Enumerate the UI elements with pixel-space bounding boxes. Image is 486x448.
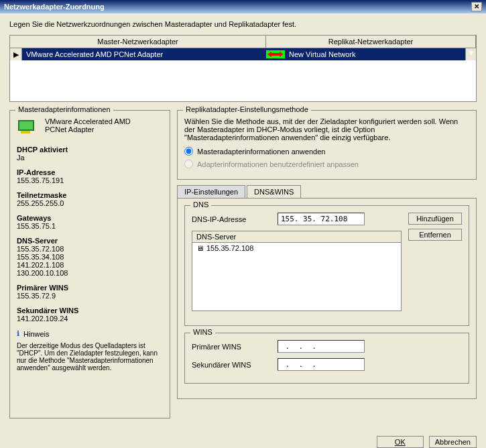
- dropdown-icon[interactable]: ▾: [465, 48, 476, 60]
- adapter-name: VMware Accelerated AMD PCNet Adapter: [45, 117, 139, 133]
- radio-custom: Adapterinformationen benutzerdefiniert a…: [184, 160, 469, 168]
- radio-custom-input: [184, 160, 193, 168]
- dns-ip-input[interactable]: [278, 213, 365, 225]
- table-row[interactable]: ▶ VMware Accelerated AMD PCNet Adapter N…: [10, 48, 476, 60]
- radio-custom-label: Adapterinformationen benutzerdefiniert a…: [197, 160, 359, 168]
- radio-apply-master[interactable]: Masteradapterinformationen anwenden: [184, 147, 469, 156]
- subnet-value: 255.255.255.0: [17, 199, 163, 207]
- remove-button[interactable]: Entfernen: [408, 229, 462, 241]
- ip-label: IP-Adresse: [17, 168, 163, 176]
- arrow-icon: [266, 50, 285, 58]
- master-info-legend: Masteradapterinformationen: [15, 105, 113, 113]
- radio-apply-master-input[interactable]: [184, 147, 193, 156]
- dns-value-3: 141.202.1.108: [17, 261, 163, 269]
- sec-wins-label: Sekundärer WINS: [192, 361, 272, 369]
- secwins-label: Sekundärer WINS: [17, 306, 163, 315]
- dns-server-list[interactable]: DNS-Server 🖥 155.35.72.108: [192, 231, 402, 311]
- dhcp-value: Ja: [17, 154, 163, 162]
- info-icon: ℹ: [17, 329, 19, 338]
- tab-panel-dns: DNS DNS-IP-Adresse DNS-Server 🖥: [177, 198, 477, 399]
- secwins-value: 141.202.109.24: [17, 315, 163, 323]
- gateway-label: Gateways: [17, 214, 163, 222]
- sec-wins-input[interactable]: [278, 358, 365, 371]
- cell-replica: New Virtual Network: [285, 50, 465, 58]
- dns-legend: DNS: [190, 201, 211, 209]
- cancel-button[interactable]: Abbrechen: [429, 436, 477, 448]
- method-legend: Replikatadapter-Einstellungsmethode: [183, 105, 311, 113]
- tab-ip[interactable]: IP-Einstellungen: [177, 185, 245, 198]
- window-title: Netzwerkadapter-Zuordnung: [4, 3, 105, 11]
- titlebar: Netzwerkadapter-Zuordnung ✕: [0, 0, 486, 13]
- hint-text: Der derzeitige Modus des Quelladapters i…: [17, 342, 163, 372]
- adapter-table: Master-Netzwerkadapter Replikat-Netzwerk…: [9, 35, 477, 102]
- cell-master: VMware Accelerated AMD PCNet Adapter: [22, 50, 266, 58]
- list-item[interactable]: 🖥 155.35.72.108: [192, 243, 401, 254]
- dns-value-2: 155.35.34.108: [17, 253, 163, 261]
- dns-value-4: 130.200.10.108: [17, 269, 163, 277]
- col-replica[interactable]: Replikat-Netzwerkadapter: [266, 36, 476, 48]
- hint-label: Hinweis: [23, 330, 50, 338]
- nic-icon: [17, 117, 38, 136]
- svg-rect-2: [19, 121, 33, 129]
- primwins-value: 155.35.72.9: [17, 292, 163, 300]
- ok-label: OK: [395, 438, 406, 446]
- add-button[interactable]: Hinzufügen: [408, 213, 462, 225]
- ok-button[interactable]: OK: [377, 436, 424, 448]
- tab-dns[interactable]: DNS&WINS: [247, 185, 301, 198]
- dns-list-header: DNS-Server: [192, 231, 401, 243]
- subnet-label: Teilnetzmaske: [17, 191, 163, 199]
- server-icon: 🖥: [196, 244, 204, 252]
- prim-wins-input[interactable]: [278, 340, 365, 353]
- radio-apply-master-label: Masteradapterinformationen anwenden: [197, 148, 325, 156]
- gateway-value: 155.35.75.1: [17, 222, 163, 230]
- dns-list-value: 155.35.72.108: [206, 244, 253, 252]
- col-master[interactable]: Master-Netzwerkadapter: [10, 36, 266, 48]
- instruction-text: Legen Sie die Netzwerkzuordnungen zwisch…: [9, 20, 477, 28]
- method-desc: Wählen Sie die Methode aus, mit der der …: [184, 117, 469, 142]
- row-marker-icon: ▶: [10, 48, 22, 60]
- svg-rect-3: [21, 131, 30, 133]
- wins-legend: WINS: [190, 328, 215, 336]
- dhcp-label: DHCP aktiviert: [17, 146, 163, 154]
- close-icon[interactable]: ✕: [471, 2, 482, 11]
- ip-value: 155.35.75.191: [17, 176, 163, 184]
- primwins-label: Primärer WINS: [17, 284, 163, 292]
- dns-label: DNS-Server: [17, 237, 163, 245]
- svg-marker-0: [267, 52, 284, 57]
- dns-value-1: 155.35.72.108: [17, 245, 163, 253]
- dns-ip-label: DNS-IP-Adresse: [192, 215, 272, 223]
- prim-wins-label: Primärer WINS: [192, 343, 272, 351]
